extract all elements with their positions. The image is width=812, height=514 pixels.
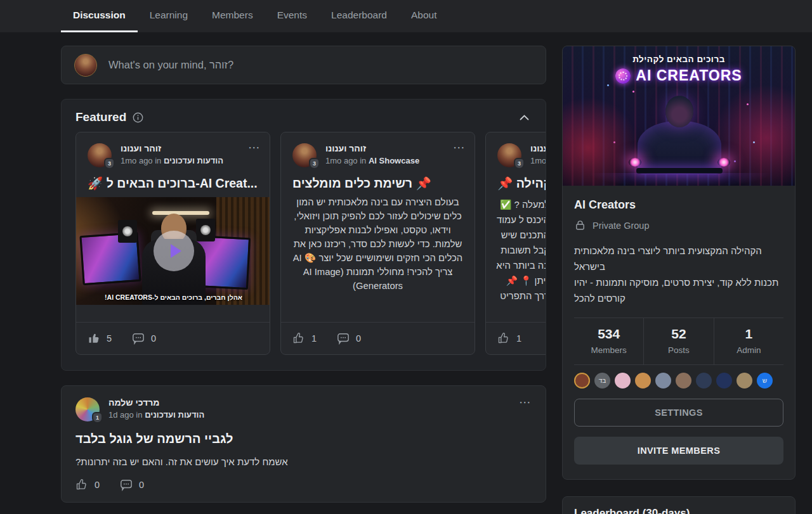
settings-button[interactable]: SETTINGS bbox=[574, 399, 783, 427]
member-avatar[interactable] bbox=[615, 373, 631, 389]
tab-learning[interactable]: Learning bbox=[138, 0, 200, 32]
group-name: AI Creators bbox=[574, 198, 783, 212]
post-meta: 1mo ago in AI Showcase bbox=[325, 156, 419, 165]
invite-members-button[interactable]: INVITE MEMBERS bbox=[574, 437, 783, 465]
like-button[interactable] bbox=[292, 332, 305, 345]
post-meta: 1d ago in הודעות ועדכונים bbox=[108, 410, 204, 420]
member-avatars-row: בד ש bbox=[574, 373, 783, 389]
more-options-icon[interactable]: ⋯ bbox=[519, 395, 532, 409]
member-avatar[interactable] bbox=[716, 373, 732, 389]
post-category: הודעות ועדכונים bbox=[164, 156, 223, 165]
feed-column: What's on your mind, זוהר? Featured bbox=[61, 46, 546, 503]
top-navigation: Discussion Learning Members Events Leade… bbox=[0, 0, 812, 32]
stat-posts: 52 Posts bbox=[643, 318, 713, 364]
featured-cards-row: 3 זוהר וענונו 1mo ago in הודעות ועדכונים… bbox=[75, 132, 546, 355]
brain-logo-icon bbox=[615, 68, 631, 84]
tab-discussion[interactable]: Discussion bbox=[61, 0, 138, 32]
tab-events[interactable]: Events bbox=[265, 0, 319, 32]
more-options-icon[interactable]: ⋯ bbox=[453, 140, 466, 155]
group-description: הקהילה המקצועית ביותר ליוצרי בינה מלאכות… bbox=[574, 243, 783, 306]
composer-prompt[interactable]: What's on your mind, זוהר? bbox=[108, 59, 233, 71]
like-button[interactable] bbox=[497, 332, 510, 345]
video-caption: אהלן חברים, ברוכים הבאים ל-AI CREATORS! bbox=[76, 293, 270, 301]
chevron-up-icon[interactable] bbox=[517, 112, 532, 123]
community-page: Discussion Learning Members Events Leade… bbox=[0, 0, 812, 514]
post-composer[interactable]: What's on your mind, זוהר? bbox=[61, 46, 546, 84]
author-name[interactable]: זוהר וענונו bbox=[530, 143, 546, 153]
member-avatar[interactable]: ש bbox=[757, 373, 773, 389]
post-meta: 1mo ago in bbox=[530, 156, 546, 165]
group-sidebar: ברוכים הבאים לקהילת AI CREATORS AI Creat… bbox=[562, 46, 796, 514]
group-card: ברוכים הבאים לקהילת AI CREATORS AI Creat… bbox=[562, 46, 796, 480]
comment-button[interactable] bbox=[337, 332, 350, 345]
comment-button[interactable] bbox=[132, 332, 145, 345]
member-avatar[interactable] bbox=[737, 373, 752, 389]
like-button[interactable] bbox=[88, 332, 100, 345]
leaderboard-panel: Leaderboard (30-days) bbox=[562, 496, 796, 514]
comment-count: 0 bbox=[356, 333, 361, 344]
leaderboard-title: Leaderboard (30-days) bbox=[574, 507, 783, 514]
like-count: 1 bbox=[516, 333, 521, 344]
banner-brand-text: AI CREATORS bbox=[636, 67, 742, 84]
post-category: הודעות ועדכונים bbox=[145, 410, 204, 420]
like-count: 5 bbox=[107, 333, 112, 344]
comment-count: 0 bbox=[151, 333, 156, 344]
like-count: 0 bbox=[95, 480, 100, 490]
comment-count: 0 bbox=[139, 480, 144, 490]
tab-members[interactable]: Members bbox=[200, 0, 265, 32]
group-privacy: Private Group bbox=[593, 221, 649, 231]
author-name[interactable]: זוהר וענונו bbox=[325, 143, 419, 153]
level-badge: 3 bbox=[309, 158, 320, 169]
featured-card-welcome[interactable]: 3 זוהר וענונו 1mo ago in הודעות ועדכונים… bbox=[75, 132, 270, 355]
level-badge: 1 bbox=[92, 412, 103, 423]
author-name[interactable]: זוהר וענונו bbox=[121, 143, 223, 153]
post-title[interactable]: 📌 קהילה bbox=[486, 171, 546, 191]
featured-card-tools[interactable]: 3 זוהר וענונו 1mo ago in AI Showcase ⋯ 📌… bbox=[280, 132, 475, 355]
level-badge: 3 bbox=[514, 158, 525, 169]
play-button[interactable] bbox=[154, 231, 194, 271]
level-badge: 3 bbox=[104, 158, 115, 169]
post-card[interactable]: 1 מרדכי שלמה 1d ago in הודעות ועדכונים ⋯… bbox=[61, 385, 546, 503]
member-avatar[interactable] bbox=[676, 373, 691, 389]
member-avatar[interactable] bbox=[696, 373, 712, 389]
tab-about[interactable]: About bbox=[399, 0, 449, 32]
lock-icon bbox=[574, 219, 586, 231]
banner-welcome-text: ברוכים הבאים לקהילת bbox=[563, 55, 795, 64]
featured-panel: Featured 3 bbox=[61, 99, 546, 371]
stat-members: 534 Members bbox=[574, 318, 643, 364]
member-avatar[interactable] bbox=[635, 373, 651, 389]
info-icon[interactable] bbox=[133, 112, 143, 123]
post-body: למעלה ? ✅ היכנס ל עמוד התכנים שיש קבל תש… bbox=[486, 191, 546, 304]
member-avatar[interactable] bbox=[655, 373, 671, 389]
like-button[interactable] bbox=[75, 479, 88, 491]
post-category: AI Showcase bbox=[369, 156, 419, 165]
post-title[interactable]: לגביי הרשמה של גוגל בלבד bbox=[75, 432, 532, 446]
more-options-icon[interactable]: ⋯ bbox=[248, 140, 261, 155]
author-name[interactable]: מרדכי שלמה bbox=[108, 397, 204, 408]
post-body: אשמח לדעת איך עושים את זה. והאם יש בזה י… bbox=[75, 456, 532, 467]
member-avatar[interactable] bbox=[574, 373, 590, 389]
post-title[interactable]: 🚀 ברוכים הבאים ל-AI Creat... bbox=[76, 171, 270, 191]
featured-card-community[interactable]: 3 זוהר וענונו 1mo ago in 📌 קהילה למעלה ?… bbox=[485, 132, 546, 355]
current-user-avatar bbox=[74, 54, 97, 77]
post-meta: 1mo ago in הודעות ועדכונים bbox=[121, 156, 223, 165]
tab-leaderboard[interactable]: Leaderboard bbox=[319, 0, 399, 32]
like-count: 1 bbox=[311, 333, 317, 344]
group-stats: 534 Members 52 Posts 1 Admin bbox=[574, 318, 783, 365]
post-body: בעולם היצירה עם בינה מלאכותית יש המון כל… bbox=[281, 191, 475, 293]
featured-title: Featured bbox=[75, 110, 126, 124]
stat-admins: 1 Admin bbox=[714, 318, 783, 364]
comment-button[interactable] bbox=[120, 479, 133, 491]
video-thumbnail[interactable]: אהלן חברים, ברוכים הבאים ל-AI CREATORS! bbox=[76, 197, 270, 305]
post-title[interactable]: 📌 רשימת כלים מומלצים bbox=[281, 171, 475, 191]
group-banner: ברוכים הבאים לקהילת AI CREATORS bbox=[563, 46, 795, 186]
member-avatar[interactable]: בד bbox=[594, 373, 610, 389]
